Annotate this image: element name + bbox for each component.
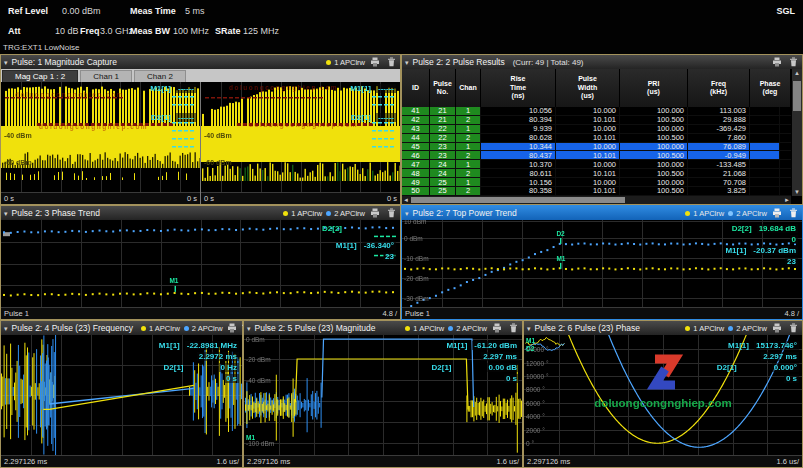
d2-tick-label[interactable]: D2 (526, 346, 534, 353)
ref-level-label: Ref Level (8, 6, 48, 16)
column-header[interactable]: Freq (kHz) (688, 69, 750, 107)
sweep-mode-badge: SGL (776, 6, 795, 16)
table-cell: 7.860 (688, 134, 750, 142)
capture-panel-1[interactable]: doluongcongnghiep.com doluongcongnghiep.… (1, 82, 200, 204)
pulse-magnitude-plot[interactable]: 0 dBm-20 dBm-40 dBm-100 dBm M1[1]-61.20 … (244, 335, 522, 467)
trace1-legend[interactable]: 1 APClrw (405, 324, 444, 333)
att-value[interactable]: 10 dB (55, 26, 79, 36)
red-watermark: doluongcongnghiep.com (15, 91, 124, 98)
trace2-legend[interactable]: 2 APClrw (728, 324, 767, 333)
window-titlebar[interactable]: ▾ Pulse 2: 2 Pulse Results (Curr: 49 | T… (402, 55, 802, 69)
trace1-dot (685, 211, 690, 216)
marker-d2[interactable]: D2[1]------ (151, 113, 196, 122)
marker-m1[interactable]: M1[1]------ (150, 84, 196, 93)
marker-label: M1[1] (150, 84, 171, 93)
window-menu-icon[interactable]: ▾ (405, 210, 409, 217)
ref-level-value[interactable]: 0.00 dBm (62, 6, 101, 16)
window-titlebar[interactable]: ▾ Pulse 2: 7 Top Power Trend 1 APClrw 2 … (402, 206, 802, 220)
column-header[interactable]: PRI (us) (620, 69, 688, 107)
print-icon[interactable] (771, 57, 783, 68)
scroll-down-icon[interactable]: ▼ (792, 188, 802, 196)
column-header[interactable]: ID (402, 69, 430, 107)
marker-readout[interactable]: D2[2]19.684 dB 0 M1[1]-20.37 dBm 23 (725, 224, 798, 266)
scroll-right-icon[interactable]: ► (783, 196, 791, 204)
m1-tick-label[interactable]: M1 (526, 338, 535, 345)
marker-readout[interactable]: M1[1]15173.746° 2.297 ms D2[1]0.000° 0 s (717, 341, 799, 383)
delete-icon[interactable] (787, 323, 799, 334)
trace1-label: 1 APClrw (291, 209, 322, 218)
meas-time-value[interactable]: 5 ms (185, 6, 205, 16)
table-row[interactable]: 5025280.35810.101100.5003.825 (402, 187, 791, 196)
vertical-scrollbar[interactable]: ▲ ▼ (791, 69, 802, 196)
m1-tick-label[interactable]: M1 (556, 256, 565, 263)
m1-tick-label[interactable]: M1 (169, 278, 178, 285)
window-menu-icon[interactable]: ▾ (247, 325, 251, 332)
capture-panel-2[interactable]: doluongcongnghiep.com doluongcongnghiep.… (201, 82, 400, 204)
delete-icon[interactable] (385, 57, 397, 68)
window-titlebar[interactable]: ▾ Pulse: 1 Magnitude Capture 1 APClrw (1, 55, 400, 69)
marker-value: 23 (785, 257, 798, 266)
tab-chan-1[interactable]: Chan 1 (80, 70, 132, 82)
watermark-logo (642, 351, 688, 397)
window-menu-icon[interactable]: ▾ (405, 59, 409, 66)
top-power-trend-plot[interactable]: 10 dBm0 dBm-10 dBm-20 dBm-30 dBm D2[2]19… (402, 220, 802, 319)
srate-value[interactable]: 125 MHz (243, 26, 279, 36)
marker-readout[interactable]: M1[1]-22.8981 MHz 2.2972 ms D2[1]0 Hz 0 … (159, 341, 239, 383)
marker-readout[interactable]: M1[1]-61.20 dBm 2.297 ms D2[1]0.00 dB 0 … (432, 341, 519, 383)
window-menu-icon[interactable]: ▾ (527, 325, 531, 332)
vertical-scroll-thumb[interactable] (793, 81, 801, 111)
delete-icon[interactable] (787, 57, 799, 68)
x-axis-start: 2.297126 ms (4, 457, 47, 466)
trace2-legend[interactable]: 2 APClrw (728, 209, 767, 218)
delete-icon[interactable] (507, 323, 519, 334)
horizontal-scroll-thumb[interactable] (411, 197, 625, 203)
pulse-frequency-plot[interactable]: M1[1]-22.8981 MHz 2.2972 ms D2[1]0 Hz 0 … (1, 335, 242, 467)
trace1-legend[interactable]: 1 APClrw (283, 209, 322, 218)
window-titlebar[interactable]: ▾ Pulse 2: 4 Pulse (23) Frequency 1 APCl… (1, 321, 242, 335)
m1-tick-label[interactable]: M1 (246, 435, 255, 442)
trace1-legend[interactable]: 1 APClrw (141, 324, 180, 333)
d2-tick-label[interactable]: D2 (556, 231, 564, 238)
window-titlebar[interactable]: ▾ Pulse 2: 6 Pulse (23) Phase 1 APClrw 2… (524, 321, 802, 335)
marker-label: M1[1] (446, 341, 467, 350)
trace2-legend[interactable]: 2 APClrw (184, 324, 223, 333)
print-icon[interactable] (491, 323, 503, 334)
column-header[interactable]: Phase (deg (750, 69, 791, 107)
scroll-left-icon[interactable]: ◄ (402, 196, 410, 204)
trace1-legend[interactable]: 1 APClrw (326, 58, 365, 67)
freq-value[interactable]: 3.0 GHz (100, 26, 133, 36)
marker-readout[interactable]: M1[1]-36.340° 23 (336, 241, 396, 261)
tab-mag-cap[interactable]: Mag Cap 1 : 2 (2, 70, 78, 82)
window-titlebar[interactable]: ▾ Pulse 2: 5 Pulse (23) Magnitude 1 APCl… (244, 321, 522, 335)
window-menu-icon[interactable]: ▾ (4, 59, 8, 66)
trace2-legend[interactable]: 2 APClrw (326, 209, 365, 218)
print-icon[interactable] (369, 57, 381, 68)
delete-icon[interactable] (787, 208, 799, 219)
tab-chan-2[interactable]: Chan 2 (134, 70, 186, 82)
pulse-phase-plot[interactable]: 14000 °12000 °10000 °8000 °6000 °4000 °2… (524, 335, 802, 467)
phase-trend-plot[interactable]: D2[2] M1[1]-36.340° 23 M1 Pulse 14.8 / (1, 220, 400, 319)
column-header[interactable]: Pulse No. (430, 69, 456, 107)
column-header[interactable]: Rise Time (ns) (481, 69, 556, 107)
scroll-up-icon[interactable]: ▲ (792, 69, 802, 77)
print-icon[interactable] (369, 208, 381, 219)
phase-trend-canvas[interactable] (1, 220, 400, 307)
window-titlebar[interactable]: ▾ Pulse 2: 3 Phase Trend 1 APClrw 2 APCl… (1, 206, 400, 220)
print-icon[interactable] (771, 323, 783, 334)
column-header[interactable]: Chan (456, 69, 481, 107)
marker-d2[interactable]: D2[1]------ (351, 113, 396, 122)
trace1-legend[interactable]: 1 APClrw (685, 324, 724, 333)
window-menu-icon[interactable]: ▾ (4, 210, 8, 217)
marker-m1[interactable]: M1[1]------ (350, 84, 396, 93)
delete-icon[interactable] (385, 208, 397, 219)
window-menu-icon[interactable]: ▾ (4, 325, 8, 332)
horizontal-scrollbar[interactable]: ◄ ► (402, 196, 791, 204)
trace2-legend[interactable]: 2 APClrw (448, 324, 487, 333)
print-icon[interactable] (227, 323, 237, 334)
column-header[interactable]: Pulse Width (us) (556, 69, 620, 107)
marker-label: M1[1] (336, 241, 357, 250)
att-label: Att (8, 26, 21, 36)
print-icon[interactable] (771, 208, 783, 219)
meas-bw-value[interactable]: 100 MHz (173, 26, 209, 36)
trace1-legend[interactable]: 1 APClrw (685, 209, 724, 218)
